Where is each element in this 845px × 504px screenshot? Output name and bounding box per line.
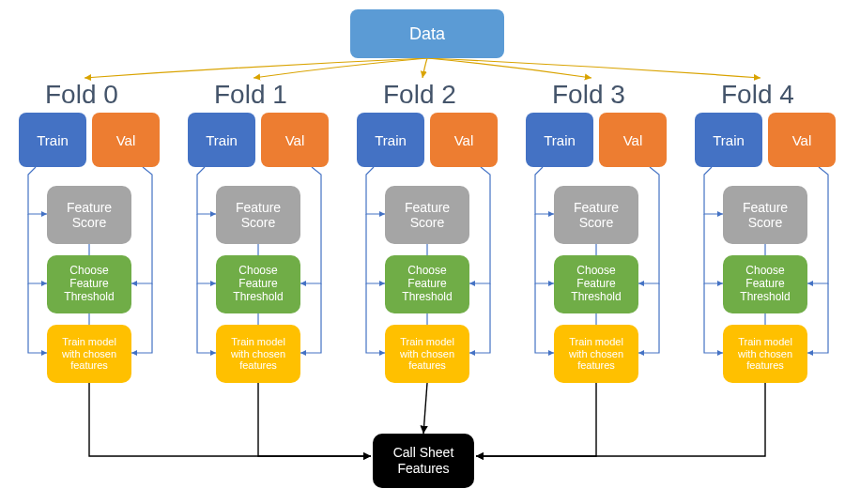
feature-score-box-3: FeatureScore <box>554 186 638 244</box>
val-box-1: Val <box>261 113 329 167</box>
data-label: Data <box>409 24 445 44</box>
choose-threshold-box-1: ChooseFeatureThreshold <box>216 255 300 313</box>
train-box-2: Train <box>357 113 424 167</box>
train-box-1: Train <box>188 113 255 167</box>
feature-score-label: FeatureScore <box>67 200 112 230</box>
train-label: Train <box>544 132 576 148</box>
feature-score-label: FeatureScore <box>236 200 281 230</box>
feature-score-box-1: FeatureScore <box>216 186 300 244</box>
train-model-box-0: Train modelwith chosenfeatures <box>47 325 131 383</box>
feature-score-box-2: FeatureScore <box>385 186 469 244</box>
call-sheet-label: Call SheetFeatures <box>393 445 454 477</box>
choose-threshold-box-0: ChooseFeatureThreshold <box>47 255 131 313</box>
val-label: Val <box>116 132 136 148</box>
val-label: Val <box>623 132 643 148</box>
val-label: Val <box>454 132 474 148</box>
train-model-box-4: Train modelwith chosenfeatures <box>723 325 807 383</box>
fold-heading-3: Fold 3 <box>552 80 625 110</box>
connectors-svg <box>0 0 845 504</box>
feature-score-label: FeatureScore <box>405 200 450 230</box>
fold-heading-2: Fold 2 <box>383 80 456 110</box>
train-box-3: Train <box>526 113 593 167</box>
train-label: Train <box>37 132 69 148</box>
feature-score-box-0: FeatureScore <box>47 186 131 244</box>
train-model-label: Train modelwith chosenfeatures <box>400 336 454 372</box>
train-box-4: Train <box>695 113 762 167</box>
choose-threshold-label: ChooseFeatureThreshold <box>402 265 452 303</box>
fold-heading-0: Fold 0 <box>45 80 118 110</box>
train-model-label: Train modelwith chosenfeatures <box>62 336 116 372</box>
choose-threshold-box-3: ChooseFeatureThreshold <box>554 255 638 313</box>
val-box-3: Val <box>599 113 667 167</box>
train-model-label: Train modelwith chosenfeatures <box>569 336 623 372</box>
val-box-4: Val <box>768 113 836 167</box>
feature-score-label: FeatureScore <box>743 200 788 230</box>
choose-threshold-box-4: ChooseFeatureThreshold <box>723 255 807 313</box>
choose-threshold-label: ChooseFeatureThreshold <box>64 265 114 303</box>
val-label: Val <box>792 132 812 148</box>
fold-heading-4: Fold 4 <box>721 80 794 110</box>
train-model-box-1: Train modelwith chosenfeatures <box>216 325 300 383</box>
val-box-2: Val <box>430 113 498 167</box>
train-model-box-3: Train modelwith chosenfeatures <box>554 325 638 383</box>
val-box-0: Val <box>92 113 160 167</box>
val-label: Val <box>285 132 305 148</box>
feature-score-box-4: FeatureScore <box>723 186 807 244</box>
train-label: Train <box>713 132 745 148</box>
choose-threshold-label: ChooseFeatureThreshold <box>571 265 621 303</box>
feature-score-label: FeatureScore <box>574 200 619 230</box>
train-model-box-2: Train modelwith chosenfeatures <box>385 325 469 383</box>
choose-threshold-label: ChooseFeatureThreshold <box>233 265 283 303</box>
train-box-0: Train <box>19 113 86 167</box>
train-label: Train <box>206 132 238 148</box>
data-box: Data <box>350 9 504 58</box>
train-model-label: Train modelwith chosenfeatures <box>738 336 792 372</box>
train-model-label: Train modelwith chosenfeatures <box>231 336 285 372</box>
fold-heading-1: Fold 1 <box>214 80 287 110</box>
choose-threshold-box-2: ChooseFeatureThreshold <box>385 255 469 313</box>
call-sheet-box: Call SheetFeatures <box>373 434 474 488</box>
choose-threshold-label: ChooseFeatureThreshold <box>740 265 790 303</box>
train-label: Train <box>375 132 407 148</box>
